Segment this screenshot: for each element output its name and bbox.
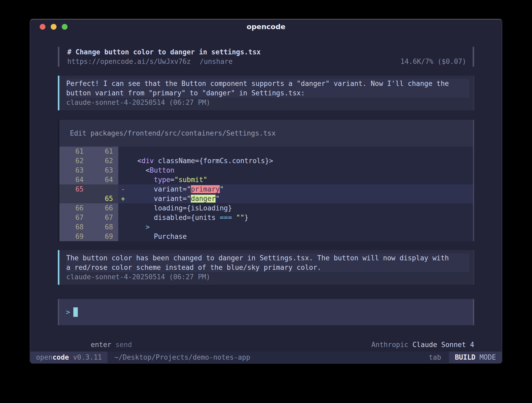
diff-line-number-old: 67 xyxy=(59,213,89,222)
diff-line-number-new: 64 xyxy=(89,175,118,184)
code-token: className={formCs.controls}> xyxy=(154,157,273,165)
code-token: variant=" xyxy=(129,185,191,193)
message-line: The button color has been changed to dan… xyxy=(66,253,469,263)
diff-code-line: disabled={units === ""} xyxy=(118,213,473,222)
diff-row: 65+ variant="danger" xyxy=(59,194,473,203)
diff-row: 6464 type="submit" xyxy=(59,175,473,184)
diff-marker xyxy=(121,166,129,174)
diff-code-line: Purchase xyxy=(118,232,473,241)
enter-key-label: enter xyxy=(91,341,111,349)
diff-code-line: - variant="primary" xyxy=(118,184,473,194)
diff-marker xyxy=(121,147,129,155)
opencode-window: opencode # Change button color to danger… xyxy=(30,19,502,364)
diff-line-number-old: 62 xyxy=(59,156,89,166)
session-header: # Change button color to danger in setti… xyxy=(58,47,474,67)
close-button[interactable] xyxy=(40,24,45,30)
code-token: "submit" xyxy=(175,176,207,184)
text-cursor xyxy=(73,307,78,317)
diff-line-number-old: 66 xyxy=(59,203,89,213)
diff-code-line: <Button xyxy=(118,166,473,175)
diff: 6161 6262 <div className={formCs.control… xyxy=(59,147,473,241)
diff-line-number-new: 65 xyxy=(89,194,118,203)
diff-row: 6363 <Button xyxy=(59,166,473,175)
diff-line-number-new: 69 xyxy=(89,232,118,241)
diff-marker: - xyxy=(121,185,129,193)
diff-line-number-old: 65 xyxy=(59,184,89,194)
send-action-label: send xyxy=(111,341,132,349)
code-token: Purchase xyxy=(129,233,187,240)
message-line: a red/rose color scheme instead of the b… xyxy=(66,263,469,272)
assistant-message: Perfect! I can see that the Button compo… xyxy=(58,76,474,110)
diff-marker xyxy=(121,233,129,240)
status-bar: opencode v0.3.11 ~/Desktop/Projects/demo… xyxy=(30,352,502,363)
prompt-symbol: > xyxy=(66,307,70,317)
mode-build-label: BUILD xyxy=(455,353,475,362)
code-token: div xyxy=(141,157,154,165)
code-token: Button xyxy=(150,166,175,174)
code-token: " xyxy=(216,195,220,203)
code-token: disabled={units xyxy=(129,214,219,221)
diff-line-number-new: 61 xyxy=(89,147,118,156)
diff-line-number-old: 63 xyxy=(59,166,89,175)
tab-key-hint: tab xyxy=(429,353,441,362)
session-content: # Change button color to danger in setti… xyxy=(30,34,502,352)
message-line: button variant from "primary" to "danger… xyxy=(66,88,469,98)
diff-marker xyxy=(121,204,129,212)
diff-line-number-old: 69 xyxy=(59,232,89,241)
diff-line-number-new: 63 xyxy=(89,166,118,175)
edit-tool-block: Edit packages/frontend/src/containers/Se… xyxy=(58,120,474,241)
diff-row: 6161 xyxy=(59,147,473,156)
minimize-button[interactable] xyxy=(51,24,57,30)
code-token: " xyxy=(220,185,224,193)
titlebar: opencode xyxy=(30,19,502,34)
traffic-lights xyxy=(40,24,68,30)
message-line: Perfect! I can see that the Button compo… xyxy=(66,79,469,88)
diff-code-line: + variant="danger" xyxy=(118,194,473,203)
diff-line-number-new: 66 xyxy=(89,203,118,213)
assistant-message: The button color has been changed to dan… xyxy=(58,250,474,285)
model-timestamp: claude-sonnet-4-20250514 (06:27 PM) xyxy=(66,272,469,282)
diff-code-line: > xyxy=(118,222,473,232)
unshare-command[interactable]: /unshare xyxy=(200,57,233,66)
app-name-code: code xyxy=(53,353,69,362)
diff-marker xyxy=(121,223,129,231)
session-meta-row: https://opencode.ai/s/UwJxv76z /unshare … xyxy=(67,57,466,66)
code-token: === xyxy=(220,214,232,221)
zoom-button[interactable] xyxy=(62,24,68,30)
diff-line-number-old: 64 xyxy=(59,175,89,184)
diff-line-number-old: 61 xyxy=(59,147,89,156)
diff-line-number-new: 62 xyxy=(89,156,118,166)
diff-row: 65- variant="primary" xyxy=(59,184,473,194)
app-version-segment: opencode v0.3.11 xyxy=(30,352,108,363)
code-token xyxy=(129,176,154,184)
diff-marker xyxy=(121,157,129,165)
code-token: loading={isLoading} xyxy=(129,204,232,212)
app-version: v0.3.11 xyxy=(69,353,102,362)
session-title: # Change button color to danger in setti… xyxy=(67,47,466,57)
diff-row: 6666 loading={isLoading} xyxy=(59,203,473,213)
diff-code-line xyxy=(118,147,473,156)
diff-line-number-new: 67 xyxy=(89,213,118,222)
diff-line-number-old xyxy=(59,194,89,203)
diff-row: 6767 disabled={units === ""} xyxy=(59,213,473,222)
code-token: primary xyxy=(191,185,220,193)
prompt-input[interactable]: > xyxy=(58,299,474,325)
code-token: danger xyxy=(191,195,216,203)
code-token: variant=" xyxy=(129,195,191,203)
app-name-open: open xyxy=(36,353,53,362)
diff-line-number-old: 68 xyxy=(59,222,89,232)
diff-marker: + xyxy=(121,195,129,203)
code-token: } xyxy=(244,214,249,221)
code-token: < xyxy=(129,157,141,165)
window-title: opencode xyxy=(247,22,285,32)
diff-row: 6969 Purchase xyxy=(59,232,473,241)
code-token: = xyxy=(170,176,175,184)
model-name-label: Claude Sonnet 4 xyxy=(412,341,474,349)
diff-code-line: <div className={formCs.controls}> xyxy=(118,156,473,166)
share-url-link[interactable]: https://opencode.ai/s/UwJxv76z xyxy=(67,57,191,66)
working-directory: ~/Desktop/Projects/demo-notes-app xyxy=(114,353,250,362)
mode-segment[interactable]: BUILD MODE xyxy=(449,352,502,363)
diff-line-number-new: 68 xyxy=(89,222,118,232)
code-token: > xyxy=(146,223,150,231)
token-usage: 14.6K/7% ($0.07) xyxy=(401,57,466,66)
